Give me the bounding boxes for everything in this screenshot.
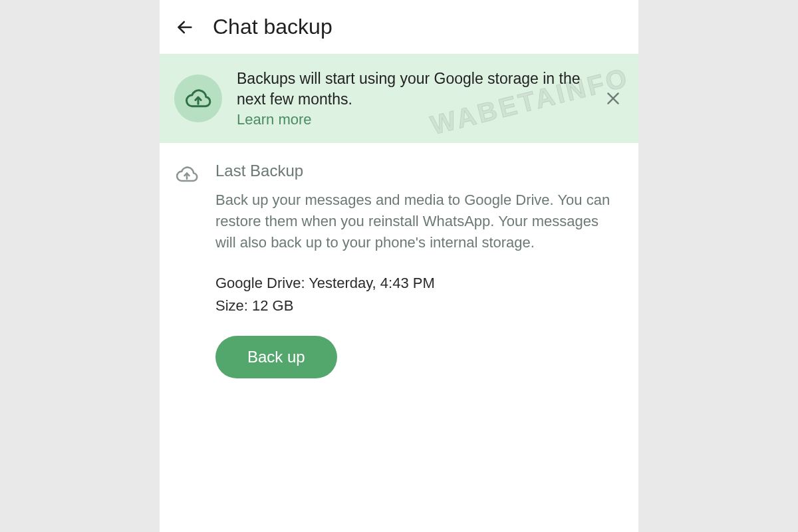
page-title: Chat backup (213, 15, 332, 39)
back-up-button[interactable]: Back up (215, 336, 337, 378)
google-drive-timestamp: Google Drive: Yesterday, 4:43 PM (215, 272, 616, 295)
last-backup-title: Last Backup (215, 162, 616, 180)
chat-backup-screen: WABETAINFO Chat backup Backups will star… (160, 0, 638, 532)
app-header: Chat backup (160, 0, 638, 54)
back-arrow-icon[interactable] (176, 18, 194, 37)
last-backup-section: Last Backup Back up your messages and me… (160, 143, 638, 378)
learn-more-link[interactable]: Learn more (237, 111, 312, 128)
backup-size: Size: 12 GB (215, 295, 616, 317)
last-backup-body: Last Backup Back up your messages and me… (215, 162, 622, 378)
storage-notice-banner: Backups will start using your Google sto… (160, 54, 638, 143)
banner-message: Backups will start using your Google sto… (237, 68, 585, 110)
cloud-upload-icon (174, 74, 222, 122)
banner-text-block: Backups will start using your Google sto… (237, 68, 585, 128)
cloud-upload-outline-icon (176, 162, 200, 188)
close-icon[interactable] (600, 85, 626, 112)
last-backup-description: Back up your messages and media to Googl… (215, 190, 616, 253)
backup-metadata: Google Drive: Yesterday, 4:43 PM Size: 1… (215, 272, 616, 317)
